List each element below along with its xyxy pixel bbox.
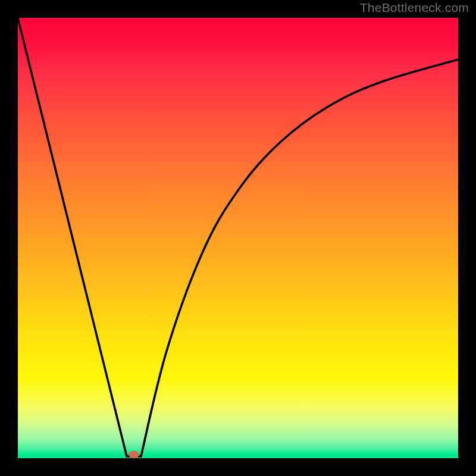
plot-frame: [18, 18, 458, 458]
background-gradient: [18, 18, 458, 458]
attribution-label: TheBottleneck.com: [360, 1, 469, 15]
